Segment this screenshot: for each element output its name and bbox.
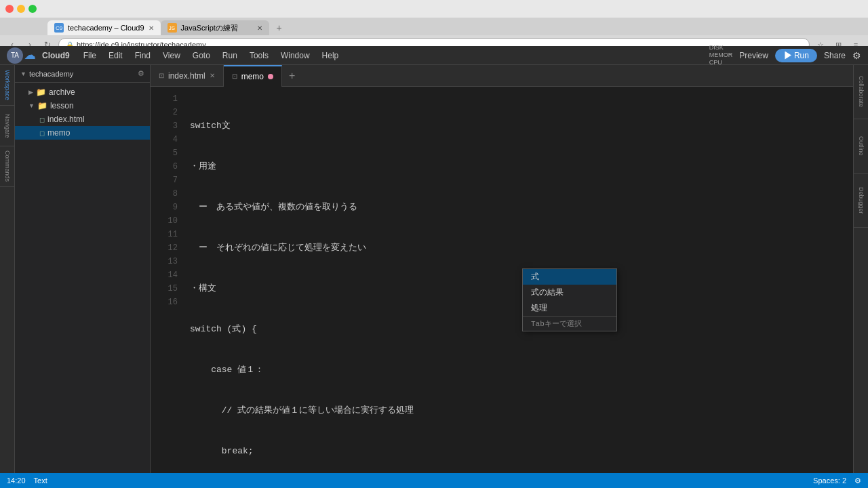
autocomplete-item-2[interactable]: 式の結果 — [523, 285, 616, 300]
code-line-1: switch文 — [190, 119, 853, 133]
memory-label: MEMOR — [709, 52, 733, 59]
tree-item-index-html[interactable]: ◻ index.html — [15, 113, 150, 126]
menu-help[interactable]: Help — [317, 49, 344, 62]
workspace-settings-icon[interactable]: ⚙ — [138, 69, 144, 78]
autocomplete-hint: Tabキーで選択 — [523, 316, 616, 331]
file-tree-body: ▶ 📁 archive ▼ 📁 lesson ◻ index.html ◻ me… — [15, 83, 150, 473]
menu-find[interactable]: Find — [130, 49, 156, 62]
menu-right: DISK MEMOR CPU Preview Run Share ⚙ — [709, 44, 861, 66]
collaborate-panel-item[interactable]: Collaborate — [854, 65, 868, 119]
memo-file-icon: ◻ — [39, 129, 45, 137]
add-tab-button[interactable]: + — [285, 70, 299, 82]
run-icon — [783, 52, 791, 60]
traffic-lights — [5, 5, 37, 13]
archive-folder-icon: 📁 — [36, 87, 46, 97]
left-side-panels: Workspace Navigate Commands — [0, 65, 15, 473]
editor-tab-memo[interactable]: ⊡ memo — [224, 65, 282, 87]
tree-item-archive[interactable]: ▶ 📁 archive — [15, 85, 150, 99]
tree-item-lesson[interactable]: ▼ 📁 lesson — [15, 99, 150, 113]
line-numbers: 12345 678910 1112131415 16 — [151, 87, 184, 473]
tab-favicon-2: JS — [167, 23, 177, 33]
autocomplete-item-3[interactable]: 処理 — [523, 300, 616, 316]
menu-edit[interactable]: Edit — [103, 49, 128, 62]
menu-run[interactable]: Run — [217, 49, 243, 62]
status-gear-icon[interactable]: ⚙ — [854, 476, 861, 485]
workspace-panel-item[interactable]: Workspace — [0, 65, 14, 106]
menu-goto[interactable]: Goto — [187, 49, 216, 62]
editor-tab-index[interactable]: ⊡ index.html ✕ — [151, 65, 224, 87]
tree-item-memo[interactable]: ◻ memo — [15, 126, 150, 140]
archive-label: archive — [49, 87, 75, 97]
code-line-4: ー それぞれの値に応じて処理を変えたい — [190, 241, 853, 255]
browser-tab-2-label: JavaScriptの練習 — [181, 23, 238, 33]
commands-panel-item[interactable]: Commands — [0, 146, 14, 187]
browser-tab-bar: C9 techacademy – Cloud9 ✕ JS JavaScriptの… — [0, 18, 868, 35]
index-tab-label: index.html — [168, 71, 205, 81]
outline-panel-item[interactable]: Outline — [854, 119, 868, 174]
code-line-9: break; — [190, 445, 853, 458]
tree-root-chevron: ▼ — [20, 70, 26, 77]
browser-chrome: C9 techacademy – Cloud9 ✕ JS JavaScriptの… — [0, 0, 868, 46]
index-tab-icon: ⊡ — [159, 72, 164, 79]
memo-tab-modified-dot — [268, 74, 273, 79]
code-content[interactable]: switch文 ・用途 ー ある式や値が、複数の値を取りうる ー それぞれの値に… — [184, 87, 853, 473]
status-spaces: Spaces: 2 — [813, 476, 846, 485]
code-line-5: ・構文 — [190, 282, 853, 296]
title-bar — [0, 0, 868, 18]
preview-button[interactable]: Preview — [739, 51, 768, 60]
menu-tools[interactable]: Tools — [244, 49, 274, 62]
settings-gear-icon[interactable]: ⚙ — [852, 50, 861, 61]
navigate-panel-item[interactable]: Navigate — [0, 106, 14, 146]
memo-tab-icon: ⊡ — [232, 73, 237, 80]
close-button[interactable] — [5, 5, 14, 13]
run-label: Run — [794, 51, 809, 60]
editor-area: ⊡ index.html ✕ ⊡ memo + 12345 678910 111… — [151, 65, 853, 473]
file-tree-header: ▼ techacademy ⚙ — [15, 65, 150, 83]
index-html-icon: ◻ — [39, 116, 45, 123]
browser-tab-1-label: techacademy – Cloud9 — [68, 24, 144, 32]
status-bar-right: Spaces: 2 ⚙ — [813, 476, 861, 485]
new-tab-button[interactable]: + — [272, 20, 287, 35]
right-side-panels: Collaborate Outline Debugger — [853, 65, 868, 473]
autocomplete-dropdown: 式 式の結果 処理 Tabキーで選択 — [522, 268, 617, 331]
app-avatar: TA — [7, 47, 23, 64]
status-bar: 14:20 Text Spaces: 2 ⚙ — [0, 473, 868, 488]
editor-tabs: ⊡ index.html ✕ ⊡ memo + — [151, 65, 853, 87]
menu-file[interactable]: File — [78, 49, 102, 62]
maximize-button[interactable] — [28, 5, 37, 13]
menu-bar: TA ☁ Cloud9 File Edit Find View Goto Run… — [0, 46, 868, 65]
index-html-label: index.html — [47, 115, 85, 124]
file-tree: ▼ techacademy ⚙ ▶ 📁 archive ▼ 📁 lesson ◻… — [15, 65, 151, 473]
status-position: 14:20 — [7, 476, 26, 485]
disk-info: DISK MEMOR CPU — [709, 44, 733, 66]
app-container: TA ☁ Cloud9 File Edit Find View Goto Run… — [0, 46, 868, 488]
debugger-panel-item[interactable]: Debugger — [854, 174, 868, 228]
lesson-label: lesson — [50, 101, 74, 110]
code-line-7: case 値１： — [190, 363, 853, 377]
browser-tab-1-close[interactable]: ✕ — [149, 24, 154, 32]
code-line-2: ・用途 — [190, 160, 853, 174]
disk-label: DISK — [709, 44, 733, 52]
run-button[interactable]: Run — [775, 49, 817, 62]
browser-tab-2[interactable]: JS JavaScriptの練習 ✕ — [161, 20, 269, 35]
code-line-3: ー ある式や値が、複数の値を取りうる — [190, 201, 853, 214]
browser-tab-1[interactable]: C9 techacademy – Cloud9 ✕ — [47, 20, 161, 35]
code-editor[interactable]: 12345 678910 1112131415 16 switch文 ・用途 ー… — [151, 87, 853, 473]
share-button[interactable]: Share — [824, 51, 846, 60]
memo-label: memo — [47, 128, 70, 138]
code-line-6: switch (式) { — [190, 323, 853, 336]
archive-chevron-icon: ▶ — [28, 89, 33, 96]
menu-window[interactable]: Window — [275, 49, 315, 62]
minimize-button[interactable] — [17, 5, 25, 13]
index-tab-close[interactable]: ✕ — [210, 72, 215, 79]
lesson-chevron-icon: ▼ — [28, 102, 35, 109]
app-name: Cloud9 — [42, 51, 70, 60]
menu-view[interactable]: View — [157, 49, 186, 62]
app-logo: ☁ — [24, 49, 35, 62]
lesson-folder-icon: 📁 — [37, 101, 47, 110]
tab-favicon-1: C9 — [54, 23, 64, 33]
main-content: Workspace Navigate Commands ▼ techacadem… — [0, 65, 868, 473]
autocomplete-item-1[interactable]: 式 — [523, 269, 616, 285]
browser-tab-2-close[interactable]: ✕ — [257, 24, 262, 32]
status-mode: Text — [34, 476, 47, 485]
